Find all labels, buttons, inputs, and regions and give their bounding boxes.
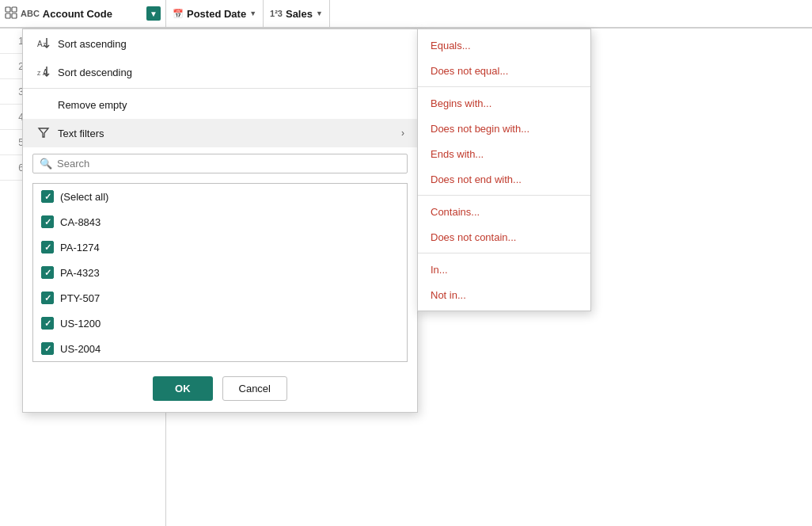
- sort-descending-icon: Z A: [36, 65, 51, 80]
- svg-rect-1: [12, 7, 17, 12]
- svg-rect-2: [6, 13, 10, 18]
- checkbox-ca8843[interactable]: CA-8843: [33, 209, 407, 234]
- submenu-does-not-begin-with[interactable]: Does not begin with...: [418, 116, 590, 141]
- sales-label: Sales: [286, 8, 313, 20]
- calendar-icon: 📅: [173, 9, 184, 19]
- submenu-not-in[interactable]: Not in...: [418, 282, 590, 307]
- svg-marker-10: [39, 128, 48, 137]
- checkbox-label: US-1200: [60, 318, 101, 330]
- grid-icon: [5, 6, 17, 21]
- posted-date-dropdown-arrow: ▼: [249, 10, 256, 17]
- checkbox-pa1274[interactable]: PA-1274: [33, 234, 407, 260]
- checkbox-checked-icon: [41, 266, 54, 279]
- account-code-dropdown-button[interactable]: ▼: [146, 6, 161, 21]
- row-number: 4: [5, 112, 24, 123]
- row-number: 2: [5, 61, 24, 72]
- submenu-divider-2: [418, 195, 590, 196]
- menu-divider-1: [23, 88, 417, 89]
- text-filters-left: Text filters: [36, 126, 104, 141]
- submenu-does-not-equal[interactable]: Does not equal...: [418, 58, 590, 83]
- checkbox-label: US-2004: [60, 343, 101, 355]
- submenu-does-not-end-with[interactable]: Does not end with...: [418, 166, 590, 192]
- submenu-in[interactable]: In...: [418, 257, 590, 282]
- submenu-ends-with[interactable]: Ends with...: [418, 141, 590, 166]
- submenu-begins-with[interactable]: Begins with...: [418, 90, 590, 116]
- checkbox-us2004[interactable]: US-2004: [33, 336, 407, 361]
- text-filters-submenu: Equals... Does not equal... Begins with.…: [417, 29, 591, 311]
- sort-ascending-label: Sort ascending: [58, 38, 127, 50]
- search-icon: 🔍: [40, 158, 52, 170]
- search-container: 🔍: [23, 147, 417, 180]
- checkbox-us1200[interactable]: US-1200: [33, 311, 407, 336]
- checkbox-checked-icon: [41, 292, 54, 304]
- sort-ascending-icon: A Z: [36, 36, 51, 51]
- row-number: 3: [5, 86, 24, 97]
- checkbox-pty507[interactable]: PTY-507: [33, 285, 407, 311]
- svg-rect-0: [6, 7, 10, 12]
- submenu-divider-1: [418, 86, 590, 87]
- sort-descending-item[interactable]: Z A Sort descending: [23, 58, 417, 86]
- filter-dropdown-menu: A Z Sort ascending Z A Sort descending R…: [22, 29, 418, 413]
- checkbox-label: (Select all): [60, 191, 108, 203]
- checkbox-label: PA-1274: [60, 242, 100, 253]
- account-code-label: Account Code: [43, 8, 143, 20]
- search-input[interactable]: [57, 158, 400, 170]
- checkbox-select-all[interactable]: (Select all): [33, 184, 407, 209]
- checkbox-pa4323[interactable]: PA-4323: [33, 260, 407, 285]
- search-box[interactable]: 🔍: [32, 154, 408, 173]
- text-filters-item[interactable]: Text filters ›: [23, 119, 417, 147]
- sort-ascending-item[interactable]: A Z Sort ascending: [23, 29, 417, 58]
- svg-text:Z: Z: [37, 71, 41, 76]
- remove-empty-item[interactable]: Remove empty: [23, 90, 417, 119]
- checkbox-checked-icon: [41, 215, 54, 228]
- checkbox-checked-icon: [41, 241, 54, 253]
- checkbox-checked-icon: [41, 342, 54, 355]
- text-filters-label: Text filters: [58, 128, 104, 139]
- svg-rect-3: [12, 13, 17, 18]
- other-column-headers: 📅 Posted Date ▼ 1²3 Sales ▼: [166, 0, 330, 29]
- cancel-button[interactable]: Cancel: [222, 376, 287, 401]
- footer-buttons: OK Cancel: [23, 368, 417, 412]
- checkbox-checked-icon: [41, 190, 54, 203]
- remove-empty-label: Remove empty: [58, 99, 127, 111]
- checkbox-label: PA-4323: [60, 267, 100, 279]
- posted-date-label: Posted Date: [187, 8, 246, 20]
- checkbox-list: (Select all) CA-8843 PA-1274 PA-4323 PTY…: [32, 183, 408, 362]
- number-type-icon: 1²3: [270, 9, 283, 18]
- checkbox-label: CA-8843: [60, 216, 101, 228]
- row-number: 1: [5, 36, 24, 47]
- posted-date-header[interactable]: 📅 Posted Date ▼: [166, 0, 264, 29]
- account-code-header[interactable]: ABC Account Code ▼: [0, 0, 165, 29]
- sales-dropdown-arrow: ▼: [316, 10, 323, 17]
- svg-text:A: A: [37, 40, 43, 48]
- filter-icon: [36, 126, 51, 141]
- submenu-equals[interactable]: Equals...: [418, 32, 590, 58]
- checkbox-label: PTY-507: [60, 292, 100, 304]
- submenu-divider-3: [418, 253, 590, 253]
- sales-header[interactable]: 1²3 Sales ▼: [264, 0, 330, 29]
- text-type-icon: ABC: [21, 9, 40, 18]
- submenu-contains[interactable]: Contains...: [418, 199, 590, 224]
- text-filters-chevron-icon: ›: [401, 128, 404, 139]
- checkbox-checked-icon: [41, 317, 54, 330]
- row-number: 6: [5, 162, 24, 173]
- row-number: 5: [5, 137, 24, 148]
- submenu-does-not-contain[interactable]: Does not contain...: [418, 224, 590, 250]
- sort-descending-label: Sort descending: [58, 67, 132, 78]
- ok-button[interactable]: OK: [153, 376, 213, 401]
